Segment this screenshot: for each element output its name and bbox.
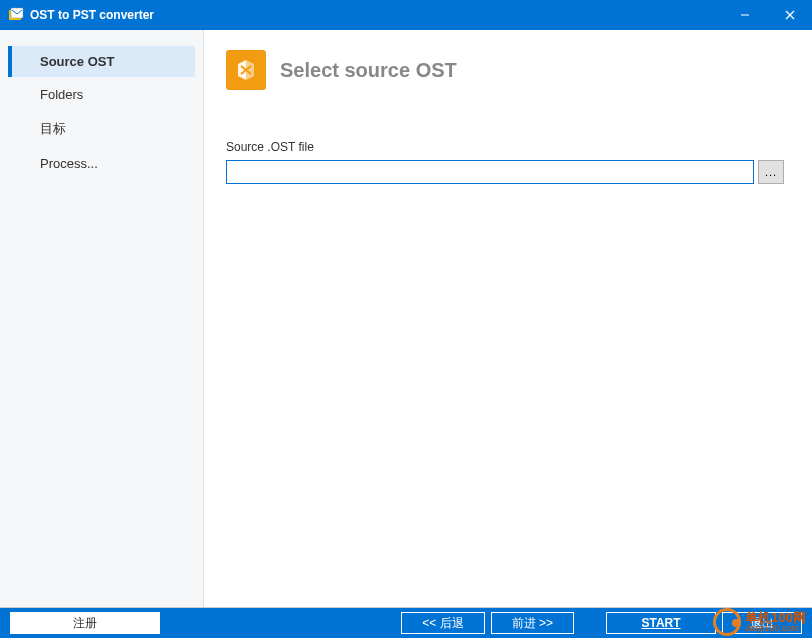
source-ost-input[interactable] [226, 160, 754, 184]
browse-button[interactable]: ... [758, 160, 784, 184]
sidebar-item-folders[interactable]: Folders [8, 79, 195, 110]
sidebar-item-process[interactable]: Process... [8, 148, 195, 179]
app-icon [8, 7, 24, 23]
minimize-button[interactable] [722, 0, 767, 30]
footer: 注册 << 后退 前进 >> START 退出 [0, 608, 812, 638]
sidebar-item-label: Folders [40, 87, 83, 102]
main-header: Select source OST [226, 50, 784, 90]
content-area: Source OST Folders 目标 Process... Select … [0, 30, 812, 608]
source-field-label: Source .OST file [226, 140, 784, 154]
back-button[interactable]: << 后退 [401, 612, 484, 634]
sidebar-item-source-ost[interactable]: Source OST [8, 46, 195, 77]
start-button[interactable]: START [606, 612, 716, 634]
source-field-row: ... [226, 160, 784, 184]
register-button[interactable]: 注册 [10, 612, 160, 634]
titlebar: OST to PST converter [0, 0, 812, 30]
sidebar-item-target[interactable]: 目标 [8, 112, 195, 146]
window-title: OST to PST converter [30, 8, 722, 22]
forward-button[interactable]: 前进 >> [491, 612, 574, 634]
main-panel: Select source OST Source .OST file ... [204, 30, 812, 607]
svg-rect-1 [11, 8, 23, 18]
exchange-icon [226, 50, 266, 90]
sidebar: Source OST Folders 目标 Process... [0, 30, 204, 607]
sidebar-item-label: 目标 [40, 121, 66, 136]
close-button[interactable] [767, 0, 812, 30]
window-controls [722, 0, 812, 30]
sidebar-item-label: Source OST [40, 54, 114, 69]
exit-button[interactable]: 退出 [722, 612, 802, 634]
page-heading: Select source OST [280, 59, 457, 82]
sidebar-item-label: Process... [40, 156, 98, 171]
